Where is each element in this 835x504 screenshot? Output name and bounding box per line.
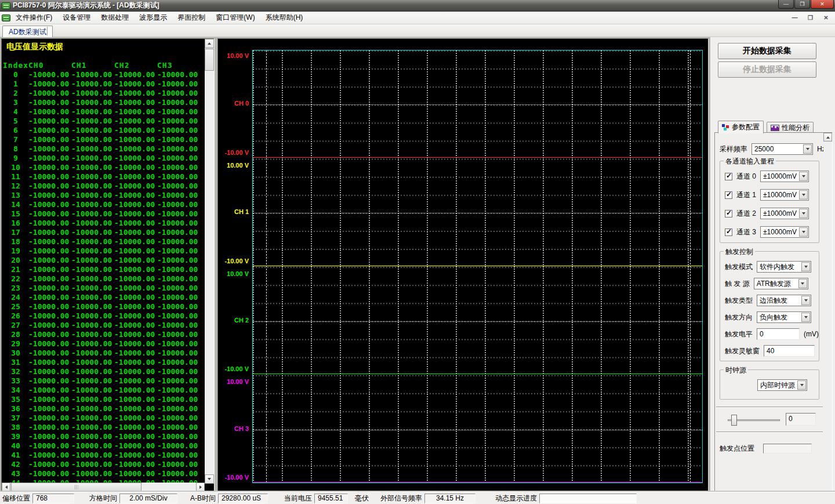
scroll-up-button[interactable] (823, 133, 832, 142)
restore-button[interactable]: ❐ (794, 0, 810, 9)
clock-source-select[interactable]: 内部时钟源 (757, 379, 807, 391)
chevron-down-icon[interactable] (799, 172, 808, 181)
trigger-direction-select[interactable]: 负向触发 (757, 311, 811, 323)
table-row: 28-10000.00-10000.00-10000.00-10000.00 (3, 330, 205, 339)
slider-thumb[interactable] (731, 415, 737, 426)
tab-ad-test[interactable]: AD数采测试 (2, 26, 53, 37)
trigger-source-select[interactable]: ATR触发源 (754, 278, 808, 289)
axis-min-label: -10.00 V (224, 365, 249, 372)
chevron-down-icon[interactable] (799, 190, 808, 200)
voltage-cell: -10000.00 (28, 265, 71, 274)
voltage-cell: -10000.00 (28, 172, 71, 182)
minimize-button[interactable]: — (778, 0, 794, 9)
menu-help[interactable]: 系统帮助(H) (260, 11, 308, 24)
axis-labels: 10.00 VCH 0-10.00 V10.00 VCH 1-10.00 V10… (218, 50, 251, 483)
vscroll-thumb[interactable] (205, 49, 214, 71)
voltage-cell: -10000.00 (71, 228, 114, 237)
start-acquisition-button[interactable]: 开始数据采集 (718, 43, 816, 59)
channel-range-select[interactable]: ±10000mV (760, 189, 809, 201)
voltage-cell: -10000.00 (114, 126, 157, 135)
mdi-minimize-button[interactable]: — (788, 13, 801, 23)
voltage-cell: -10000.00 (71, 209, 114, 219)
channel-range-select[interactable]: ±10000mV (760, 171, 809, 182)
menu-window[interactable]: 窗口管理(W) (210, 11, 260, 24)
channel-enable-checkbox[interactable] (725, 191, 732, 199)
chevron-down-icon[interactable] (801, 262, 810, 271)
child-window-icon[interactable] (2, 14, 10, 21)
voltage-cell: -10000.00 (157, 163, 200, 172)
panel-vscrollbar[interactable] (823, 133, 832, 504)
channel-range-select[interactable]: ±10000mV (760, 208, 809, 219)
trigger-mode-row: 触发模式 软件内触发 (725, 261, 811, 273)
trigger-window-input[interactable]: 40 (764, 345, 815, 357)
table-vscrollbar[interactable] (205, 39, 214, 484)
trigger-level-input[interactable]: 0 (757, 328, 800, 340)
table-hscrollbar[interactable] (2, 483, 205, 491)
mdi-restore-button[interactable]: ❐ (804, 13, 817, 23)
row-index: 24 (3, 293, 28, 302)
document-tab-strip: AD数采测试 (0, 24, 835, 37)
scroll-up-button[interactable] (205, 39, 214, 48)
cursor-a-line[interactable] (266, 50, 267, 483)
voltage-cell: -10000.00 (114, 293, 157, 302)
clock-source-group: 时钟源 内部时钟源 (720, 369, 819, 400)
hscroll-thumb[interactable] (11, 483, 141, 491)
voltage-cell: -10000.00 (71, 367, 114, 376)
tab-performance-analysis[interactable]: 性能分析 (767, 122, 814, 133)
cursor-b-line[interactable] (690, 50, 691, 483)
axis-max-label: 10.00 V (227, 52, 249, 59)
chevron-down-icon[interactable] (799, 209, 808, 218)
chevron-down-icon[interactable] (801, 313, 810, 322)
voltage-cell: -10000.00 (28, 126, 71, 135)
offset-slider[interactable] (728, 419, 780, 421)
scroll-down-button[interactable] (205, 474, 214, 484)
chevron-down-icon[interactable] (803, 144, 812, 154)
voltage-cell: -10000.00 (114, 274, 157, 284)
row-index: 43 (3, 469, 28, 478)
channel-enable-checkbox[interactable] (725, 210, 732, 217)
mdi-close-button[interactable]: ✕ (819, 13, 833, 23)
menu-device[interactable]: 设备管理 (57, 11, 96, 24)
voltage-cell: -10000.00 (114, 460, 157, 469)
scroll-left-button[interactable] (2, 483, 10, 491)
menu-data[interactable]: 数据处理 (96, 11, 134, 24)
chevron-down-icon[interactable] (798, 279, 807, 288)
trigger-type-select[interactable]: 边沿触发 (757, 295, 811, 306)
channel-zero-line (253, 321, 702, 322)
voltage-cell: -10000.00 (157, 246, 200, 256)
table-row: 39-10000.00-10000.00-10000.00-10000.00 (3, 432, 205, 441)
voltage-cell: -10000.00 (157, 228, 200, 237)
voltage-cell: -10000.00 (114, 284, 157, 293)
menu-ui[interactable]: 界面控制 (172, 11, 210, 24)
voltage-cell: -10000.00 (71, 478, 114, 483)
menu-file[interactable]: 文件操作(F) (10, 11, 57, 24)
row-index: 22 (3, 274, 28, 284)
voltage-cell: -10000.00 (114, 451, 157, 460)
chevron-down-icon[interactable] (799, 227, 808, 237)
row-index: 42 (3, 460, 28, 469)
trigger-window-row: 触发灵敏窗 40 (725, 345, 815, 357)
axis-max-label: 10.00 V (227, 162, 249, 169)
voltage-cell: -10000.00 (157, 423, 200, 432)
voltage-cell: -10000.00 (28, 182, 71, 191)
sample-rate-select[interactable]: 25000 (752, 143, 813, 155)
close-button[interactable]: ✕ (811, 0, 834, 9)
trigger-point-field (763, 444, 812, 454)
row-index: 19 (3, 246, 28, 256)
channel-enable-checkbox[interactable] (725, 229, 732, 236)
scroll-right-button[interactable] (196, 483, 205, 491)
channel-name-label: CH 0 (234, 100, 249, 107)
channel-enable-checkbox[interactable] (725, 173, 732, 180)
voltage-cell: -10000.00 (28, 209, 71, 219)
app-icon (2, 2, 10, 9)
chevron-down-icon[interactable] (797, 380, 806, 390)
voltage-cell: -10000.00 (71, 451, 114, 460)
menu-wave[interactable]: 波形显示 (134, 11, 172, 24)
tab-parameter-config[interactable]: 参数配置 (718, 121, 764, 133)
trigger-type-row: 触发类型 边沿触发 (725, 295, 811, 306)
channel-range-group: 各通道输入量程 通道 0±10000mV通道 1±10000mV通道 2±100… (720, 161, 819, 243)
chevron-down-icon[interactable] (801, 296, 810, 305)
channel-range-select[interactable]: ±10000mV (760, 226, 809, 238)
voltage-cell: -10000.00 (157, 107, 200, 117)
trigger-mode-select[interactable]: 软件内触发 (757, 261, 811, 273)
